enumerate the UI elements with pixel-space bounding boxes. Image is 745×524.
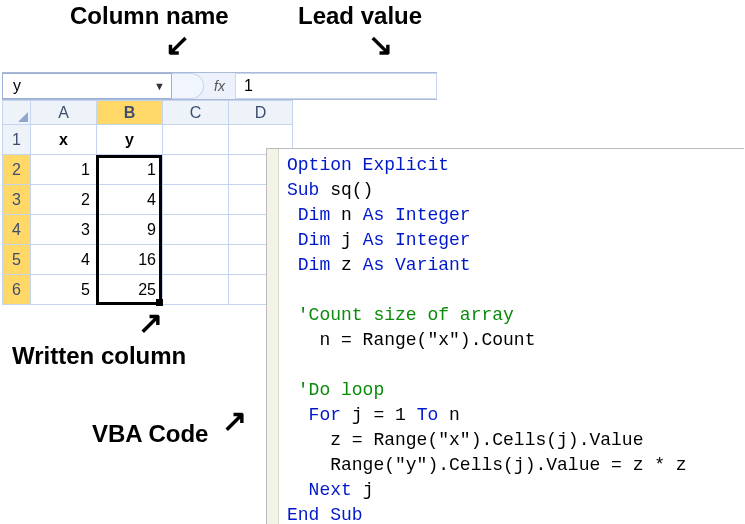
col-header-C[interactable]: C	[163, 101, 229, 125]
annotation-column-name: Column name	[70, 2, 229, 30]
cell-A2[interactable]: 1	[31, 155, 97, 185]
cell-C2[interactable]	[163, 155, 229, 185]
select-all-corner[interactable]	[3, 101, 31, 125]
name-box-dropdown-icon[interactable]: ▼	[154, 80, 165, 92]
arrow-lead-value: ↘	[368, 30, 393, 60]
arrow-written-column: ↗	[138, 308, 163, 338]
spreadsheet-grid[interactable]: A B C D 1 x y 2 1 1 3 2 4 4	[2, 100, 293, 305]
vba-code-panel: Option Explicit Sub sq() Dim n As Intege…	[266, 148, 744, 524]
formula-bar: y ▼ fx 1	[2, 72, 437, 100]
arrow-column-name: ↙	[165, 30, 190, 60]
cell-B1[interactable]: y	[97, 125, 163, 155]
row-header-6[interactable]: 6	[3, 275, 31, 305]
row-header-1[interactable]: 1	[3, 125, 31, 155]
cell-A6[interactable]: 5	[31, 275, 97, 305]
code-gutter	[267, 149, 279, 524]
row-header-4[interactable]: 4	[3, 215, 31, 245]
formula-input[interactable]: 1	[236, 73, 437, 99]
col-header-B[interactable]: B	[97, 101, 163, 125]
table-row: 2 1 1	[3, 155, 293, 185]
cell-B5[interactable]: 16	[97, 245, 163, 275]
cell-C6[interactable]	[163, 275, 229, 305]
formula-bar-cap	[172, 73, 204, 99]
cell-B2[interactable]: 1	[97, 155, 163, 185]
vba-code-text[interactable]: Option Explicit Sub sq() Dim n As Intege…	[287, 153, 740, 520]
cell-A1[interactable]: x	[31, 125, 97, 155]
name-box[interactable]: y ▼	[2, 73, 172, 99]
table-row: 1 x y	[3, 125, 293, 155]
cell-C4[interactable]	[163, 215, 229, 245]
cell-A4[interactable]: 3	[31, 215, 97, 245]
col-header-D[interactable]: D	[229, 101, 293, 125]
annotation-lead-value: Lead value	[298, 2, 422, 30]
cell-B6[interactable]: 25	[97, 275, 163, 305]
arrow-vba-code: ↗	[222, 406, 247, 436]
formula-value: 1	[244, 77, 253, 95]
cell-C3[interactable]	[163, 185, 229, 215]
cell-C1[interactable]	[163, 125, 229, 155]
annotation-vba-code: VBA Code	[92, 420, 208, 448]
cell-C5[interactable]	[163, 245, 229, 275]
col-header-A[interactable]: A	[31, 101, 97, 125]
cell-A3[interactable]: 2	[31, 185, 97, 215]
annotation-written-column: Written column	[12, 342, 186, 370]
name-box-value: y	[13, 77, 21, 95]
column-headers: A B C D	[3, 101, 293, 125]
table-row: 6 5 25	[3, 275, 293, 305]
row-header-2[interactable]: 2	[3, 155, 31, 185]
fx-icon[interactable]: fx	[204, 73, 236, 99]
table-row: 5 4 16	[3, 245, 293, 275]
table-row: 4 3 9	[3, 215, 293, 245]
row-header-3[interactable]: 3	[3, 185, 31, 215]
cell-B4[interactable]: 9	[97, 215, 163, 245]
cell-A5[interactable]: 4	[31, 245, 97, 275]
table-row: 3 2 4	[3, 185, 293, 215]
cell-B3[interactable]: 4	[97, 185, 163, 215]
row-header-5[interactable]: 5	[3, 245, 31, 275]
